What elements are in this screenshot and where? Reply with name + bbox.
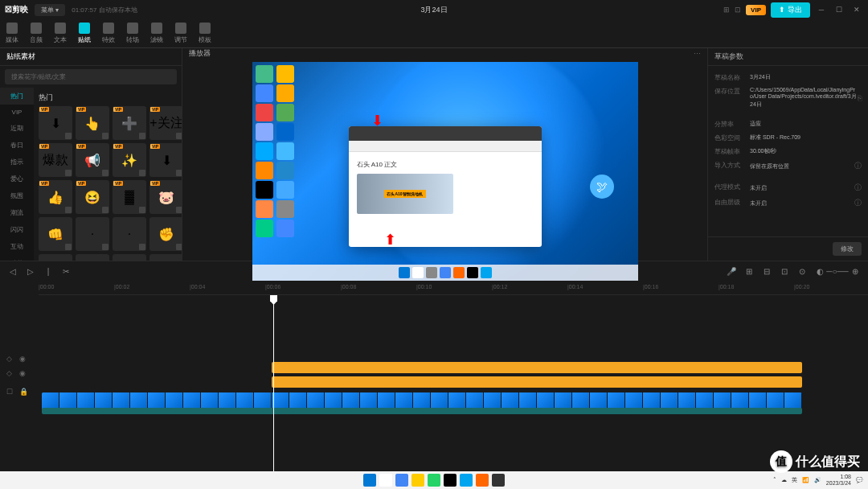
sticker-item[interactable]: VIP爆款 bbox=[39, 143, 72, 177]
tray-icon[interactable]: ˄ bbox=[773, 477, 776, 483]
windows-taskbar: ˄ ☁ 英 📶 🔊 1:08 2023/3/24 💬 bbox=[0, 471, 868, 489]
visibility-icon[interactable]: ◉ bbox=[19, 355, 29, 364]
sticker-item[interactable]: VIP👍 bbox=[39, 180, 72, 214]
category-指示[interactable]: 指示 bbox=[0, 154, 34, 171]
tray-volume-icon[interactable]: 🔊 bbox=[814, 477, 821, 483]
lock-icon[interactable]: 🔒 bbox=[19, 388, 29, 397]
sticker-item[interactable]: 🦋 bbox=[113, 254, 146, 261]
taskbar-app-icon[interactable] bbox=[492, 474, 505, 487]
sticker-item[interactable]: VIP+关注 bbox=[149, 106, 182, 140]
sticker-item[interactable]: VIP⬇ bbox=[39, 106, 72, 140]
minimize-button[interactable]: ─ bbox=[815, 3, 828, 16]
timeline-tracks[interactable]: ◇◉ ◇◉ ☐🔒 bbox=[0, 295, 868, 471]
panel-tab-stickers[interactable]: 贴纸素材 bbox=[6, 51, 35, 62]
taskbar-app-icon[interactable] bbox=[476, 474, 489, 487]
timeline-tool[interactable]: | bbox=[42, 265, 55, 277]
category-近期[interactable]: 近期 bbox=[0, 120, 34, 137]
vip-badge[interactable]: VIP bbox=[746, 5, 766, 15]
preview-panel: 播放器 ⋯ 石头 A10 正文 石头A10智能洗地机 ⬇ ⬆ 🕊 bbox=[182, 48, 707, 261]
sticker-item[interactable]: VIP▓ bbox=[113, 180, 146, 214]
timeline-tool[interactable]: ◐ bbox=[813, 265, 826, 277]
shortcut-icon[interactable]: ⊞ bbox=[723, 6, 730, 14]
export-button[interactable]: ⬆导出 bbox=[771, 2, 810, 18]
timeline-tool[interactable]: ⊕ bbox=[849, 265, 862, 277]
sticker-item[interactable]: VIP😆 bbox=[76, 180, 109, 214]
tab-贴纸[interactable]: 贴纸 bbox=[72, 19, 96, 47]
taskbar-app-icon[interactable] bbox=[460, 474, 473, 487]
timeline-tool[interactable]: ✂ bbox=[59, 265, 72, 277]
timeline-tool[interactable]: 🎤 bbox=[725, 265, 738, 277]
visibility-icon[interactable]: ◉ bbox=[19, 369, 29, 379]
tab-调节[interactable]: 调节 bbox=[169, 19, 193, 47]
category-潮流[interactable]: 潮流 bbox=[0, 204, 34, 221]
playhead[interactable] bbox=[273, 295, 274, 471]
category-爱心[interactable]: 爱心 bbox=[0, 171, 34, 187]
tab-音频[interactable]: 音频 bbox=[24, 19, 48, 47]
tray-wifi-icon[interactable]: 📶 bbox=[802, 477, 809, 483]
category-热门[interactable]: 热门 bbox=[0, 88, 34, 105]
tab-特效[interactable]: 特效 bbox=[96, 19, 121, 47]
message-icon[interactable]: ⊡ bbox=[735, 6, 741, 14]
category-闪闪[interactable]: 闪闪 bbox=[0, 221, 34, 238]
audio-clip[interactable] bbox=[42, 408, 802, 414]
sticker-item[interactable]: 👊 bbox=[39, 217, 72, 251]
timeline-tool[interactable]: ▷ bbox=[24, 265, 37, 277]
taskbar-app-icon[interactable] bbox=[411, 474, 424, 487]
preview-menu-icon[interactable]: ⋯ bbox=[694, 50, 701, 58]
desktop-icon bbox=[256, 181, 273, 199]
menu-dropdown[interactable]: 菜单 ▾ bbox=[35, 4, 65, 16]
lock-icon[interactable]: ◇ bbox=[6, 355, 16, 364]
preview-viewport[interactable]: 石头 A10 正文 石头A10智能洗地机 ⬇ ⬆ 🕊 bbox=[182, 59, 707, 284]
sticker-item[interactable]: ✊ bbox=[149, 217, 182, 251]
taskbar-app-icon[interactable] bbox=[363, 474, 376, 487]
sticker-item[interactable]: VIP📢 bbox=[76, 143, 109, 177]
sticker-item[interactable]: ⬇ bbox=[39, 254, 72, 261]
sticker-item[interactable]: 66 bbox=[149, 254, 182, 261]
category-VIP[interactable]: VIP bbox=[0, 105, 34, 120]
search-input[interactable]: 搜索花字/贴纸/文案 bbox=[5, 69, 177, 84]
mute-icon[interactable]: ☐ bbox=[6, 388, 16, 397]
taskbar-app-icon[interactable] bbox=[379, 474, 392, 487]
sticker-item[interactable]: ✨ bbox=[76, 254, 109, 261]
taskbar-app-icon[interactable] bbox=[444, 474, 457, 487]
clock-date[interactable]: 2023/3/24 bbox=[826, 480, 851, 487]
taskbar-app-icon[interactable] bbox=[395, 474, 408, 487]
lock-icon[interactable]: ◇ bbox=[6, 369, 16, 379]
maximize-button[interactable]: ☐ bbox=[833, 3, 845, 16]
timeline-tool[interactable]: ⊟ bbox=[760, 265, 773, 277]
category-氛围[interactable]: 氛围 bbox=[0, 187, 34, 204]
sticker-item[interactable]: · bbox=[113, 217, 146, 251]
clock-time[interactable]: 1:08 bbox=[826, 474, 851, 480]
modify-button[interactable]: 修改 bbox=[833, 242, 862, 256]
category-春日[interactable]: 春日 bbox=[0, 137, 34, 154]
tab-转场[interactable]: 转场 bbox=[121, 19, 145, 47]
category-互动[interactable]: 互动 bbox=[0, 238, 34, 255]
notification-icon[interactable]: 💬 bbox=[856, 477, 863, 483]
notepad-text: 石头 A10 正文 bbox=[357, 160, 534, 169]
tab-文本[interactable]: 文本 bbox=[48, 19, 72, 47]
category-种草[interactable]: 种草 bbox=[0, 255, 34, 261]
sticker-item[interactable]: VIP👆 bbox=[76, 106, 109, 140]
sticker-grid: 热门 VIP⬇VIP👆VIP➕VIP+关注VIP爆款VIP📢VIP✨VIP⬇VI… bbox=[34, 88, 182, 261]
tab-媒体[interactable]: 媒体 bbox=[0, 19, 24, 47]
timeline-tool[interactable]: ⊞ bbox=[743, 265, 755, 277]
close-button[interactable]: ✕ bbox=[850, 3, 863, 16]
timeline-ruler[interactable]: |00:00|00:02|00:04|00:06|00:08|00:10|00:… bbox=[39, 281, 868, 295]
tray-icon[interactable]: ☁ bbox=[781, 477, 787, 483]
timeline-tool[interactable]: ─○── bbox=[831, 265, 844, 277]
sticker-item[interactable]: VIP✨ bbox=[113, 143, 146, 177]
desktop-icon bbox=[276, 84, 294, 102]
tab-模板[interactable]: 模板 bbox=[193, 19, 217, 47]
tab-滤镜[interactable]: 滤镜 bbox=[145, 19, 169, 47]
timeline-tool[interactable]: ⊙ bbox=[796, 265, 809, 277]
sticker-item[interactable]: VIP➕ bbox=[113, 106, 146, 140]
desktop-icon bbox=[276, 200, 294, 218]
desktop-icon bbox=[256, 142, 273, 160]
tray-lang[interactable]: 英 bbox=[792, 476, 797, 484]
sticker-item[interactable]: · bbox=[76, 217, 109, 251]
timeline-tool[interactable]: ⊡ bbox=[778, 265, 791, 277]
taskbar-app-icon[interactable] bbox=[428, 474, 440, 487]
sticker-item[interactable]: VIP⬇ bbox=[149, 143, 182, 177]
timeline-tool[interactable]: ◁ bbox=[6, 265, 19, 277]
sticker-item[interactable]: VIP🐷 bbox=[149, 180, 182, 214]
